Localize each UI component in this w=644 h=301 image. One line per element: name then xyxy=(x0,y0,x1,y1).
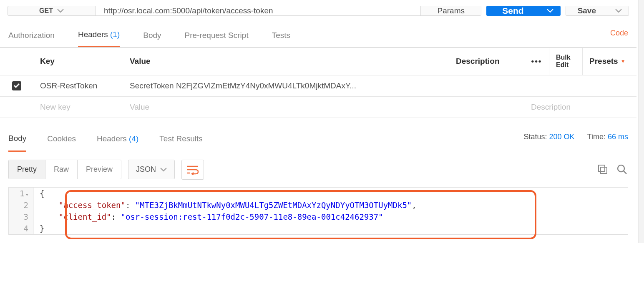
col-check xyxy=(0,48,33,75)
line-number: 3 xyxy=(9,211,34,223)
new-key-input[interactable]: New key xyxy=(33,97,123,118)
status-value: 200 OK xyxy=(549,133,575,141)
json-value: "osr-session:rest-117f0d2c-5907-11e8-89e… xyxy=(121,212,383,221)
params-button[interactable]: Params xyxy=(420,6,481,15)
save-dropdown[interactable] xyxy=(608,6,629,16)
line-number: 1 xyxy=(9,188,34,199)
col-description: Description xyxy=(449,48,524,75)
scrollbar[interactable] xyxy=(638,0,644,243)
caret-down-icon: ▼ xyxy=(621,58,626,64)
headers-table: Key Value Description ••• Bulk Edit Pres… xyxy=(0,48,636,118)
svg-line-6 xyxy=(624,171,626,174)
save-button[interactable]: Save xyxy=(566,6,608,16)
format-label: JSON xyxy=(136,165,156,174)
resp-tab-headers-label: Headers xyxy=(97,134,127,143)
http-method-label: GET xyxy=(39,7,53,15)
code-line: 2 "access_token": "MTE3ZjBkMmUtNTkwNy0xM… xyxy=(9,199,628,211)
tab-tests[interactable]: Tests xyxy=(272,27,290,47)
request-bar: GET http://osr.local.com:5000/api/token/… xyxy=(0,0,636,22)
status-readout: Status: 200 OK xyxy=(524,133,575,149)
resp-tab-test-results[interactable]: Test Results xyxy=(159,130,202,151)
code-line: 3 "client_id": "osr-session:rest-117f0d2… xyxy=(9,211,628,223)
view-raw[interactable]: Raw xyxy=(45,160,78,179)
svg-rect-3 xyxy=(599,165,605,171)
chevron-down-icon xyxy=(57,9,64,13)
request-tabs: Authorization Headers (1) Body Pre-reque… xyxy=(0,22,636,48)
code-line: 4} xyxy=(9,223,628,234)
json-key: "client_id" xyxy=(59,212,111,221)
copy-icon[interactable] xyxy=(597,164,609,176)
header-value-input[interactable]: SecretToken N2FjZGVlZmEtMzY4Ny0xMWU4LTk0… xyxy=(123,75,524,96)
code-link[interactable]: Code xyxy=(610,29,628,44)
chevron-down-icon xyxy=(615,9,622,13)
headers-table-head: Key Value Description ••• Bulk Edit Pres… xyxy=(0,48,636,75)
json-key: "access_token" xyxy=(59,201,126,210)
view-pretty[interactable]: Pretty xyxy=(9,160,45,179)
col-key: Key xyxy=(33,48,123,75)
bulk-edit-button[interactable]: Bulk Edit xyxy=(549,48,582,75)
send-button[interactable]: Send xyxy=(486,6,539,16)
table-row: OSR-RestToken SecretToken N2FjZGVlZmEtMz… xyxy=(0,75,636,97)
checkbox-checked-icon xyxy=(12,81,21,90)
header-key-input[interactable]: OSR-RestToken xyxy=(33,75,123,96)
resp-tab-headers-count: (4) xyxy=(129,134,138,143)
response-body-viewer[interactable]: 1{ 2 "access_token": "MTE3ZjBkMmUtNTkwNy… xyxy=(8,187,628,235)
tab-headers-label: Headers xyxy=(78,30,108,39)
row-checkbox-cell[interactable] xyxy=(0,75,33,96)
presets-dropdown[interactable]: Presets ▼ xyxy=(582,48,636,75)
time-value: 66 ms xyxy=(608,133,628,141)
table-row-new: New key Value Description xyxy=(0,97,636,118)
new-desc-input[interactable]: Description xyxy=(524,97,636,118)
more-columns-button[interactable]: ••• xyxy=(524,48,549,75)
code-line: 1{ xyxy=(9,188,628,199)
resp-tab-headers[interactable]: Headers (4) xyxy=(97,130,138,151)
url-input[interactable]: http://osr.local.com:5000/api/token/acce… xyxy=(96,6,420,15)
viewer-right-controls xyxy=(597,164,628,176)
search-icon[interactable] xyxy=(616,164,628,176)
status-label: Status: xyxy=(524,133,547,141)
send-group: Send xyxy=(486,6,560,16)
presets-label: Presets xyxy=(589,57,618,66)
json-value: "MTE3ZjBkMmUtNTkwNy0xMWU4LTg5ZWEtMDAxYzQ… xyxy=(135,201,412,210)
tab-prerequest[interactable]: Pre-request Script xyxy=(185,27,249,47)
tab-headers[interactable]: Headers (1) xyxy=(78,26,120,47)
time-readout: Time: 66 ms xyxy=(587,133,628,149)
svg-point-5 xyxy=(618,165,624,172)
resp-tab-cookies[interactable]: Cookies xyxy=(47,130,76,151)
method-url-group: GET http://osr.local.com:5000/api/token/… xyxy=(8,6,481,16)
view-mode-segment: Pretty Raw Preview xyxy=(8,160,121,179)
tab-authorization[interactable]: Authorization xyxy=(8,27,55,47)
view-preview[interactable]: Preview xyxy=(78,160,121,179)
resp-tab-body[interactable]: Body xyxy=(8,130,26,152)
col-value: Value xyxy=(123,48,449,75)
tab-body[interactable]: Body xyxy=(143,27,161,47)
wrap-lines-button[interactable] xyxy=(181,160,204,180)
format-dropdown[interactable]: JSON xyxy=(128,160,175,179)
line-number: 4 xyxy=(9,223,34,234)
svg-rect-4 xyxy=(601,167,607,173)
header-desc-input[interactable] xyxy=(524,75,636,96)
send-dropdown[interactable] xyxy=(540,6,561,16)
new-value-input[interactable]: Value xyxy=(123,97,524,118)
line-number: 2 xyxy=(9,199,34,211)
http-method-dropdown[interactable]: GET xyxy=(8,6,96,15)
row-checkbox-cell[interactable] xyxy=(0,97,33,118)
chevron-down-icon xyxy=(547,9,553,13)
time-label: Time: xyxy=(587,133,606,141)
response-tabs: Body Cookies Headers (4) Test Results St… xyxy=(0,118,636,152)
chevron-down-icon xyxy=(160,168,167,172)
viewer-controls: Pretty Raw Preview JSON xyxy=(0,152,636,187)
tab-headers-count: (1) xyxy=(110,30,120,39)
save-group: Save xyxy=(566,6,629,16)
postman-window: GET http://osr.local.com:5000/api/token/… xyxy=(0,0,644,235)
